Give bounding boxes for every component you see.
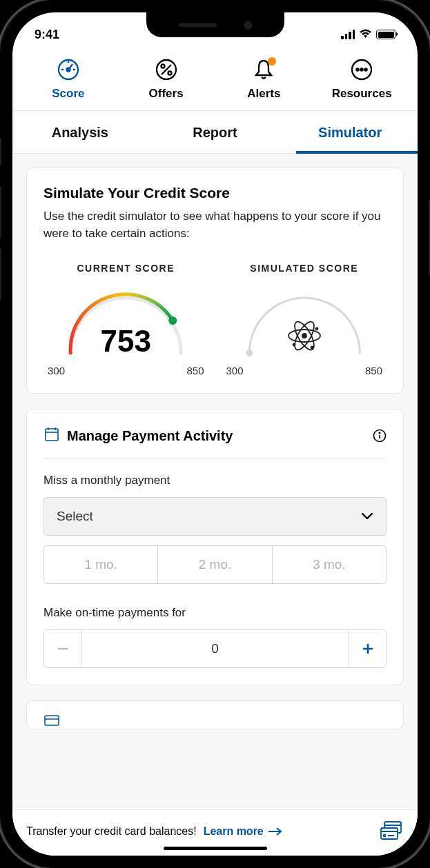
- current-score-gauge: CURRENT SCORE: [43, 263, 208, 376]
- learn-more-link[interactable]: Learn more: [204, 825, 283, 838]
- current-score-label: CURRENT SCORE: [43, 263, 208, 274]
- ontime-label: Make on-time payments for: [43, 606, 387, 620]
- nav-score[interactable]: Score: [19, 58, 117, 101]
- payment-section-title: Manage Payment Activity: [67, 428, 366, 444]
- wifi-icon: [359, 28, 372, 42]
- svg-point-12: [361, 68, 363, 70]
- content-area[interactable]: Simulate Your Credit Score Use the credi…: [12, 154, 418, 807]
- nav-score-label: Score: [52, 87, 84, 101]
- calendar-icon: [43, 426, 60, 445]
- battery-icon: [376, 30, 395, 39]
- tab-analysis[interactable]: Analysis: [12, 111, 148, 153]
- nav-alerts[interactable]: Alerts: [215, 58, 313, 101]
- ontime-stepper: 0: [43, 629, 387, 668]
- month-3[interactable]: 3 mo.: [273, 546, 386, 583]
- nav-alerts-label: Alerts: [247, 87, 280, 101]
- miss-payment-label: Miss a monthly payment: [43, 474, 387, 487]
- nav-resources-label: Resources: [332, 87, 392, 101]
- svg-point-14: [168, 316, 177, 325]
- card-icon: [43, 714, 60, 729]
- gauge-icon: [57, 58, 80, 81]
- arrow-right-icon: [268, 827, 283, 836]
- simulated-score-label: SIMULATED SCORE: [222, 263, 387, 274]
- svg-point-35: [379, 432, 380, 434]
- payment-activity-card: Manage Payment Activity Miss a monthly p…: [26, 409, 404, 685]
- learn-more-label: Learn more: [204, 825, 264, 838]
- current-min: 300: [48, 365, 65, 376]
- stepper-plus-button[interactable]: [349, 630, 386, 667]
- next-card-peek: [26, 700, 404, 729]
- current-max: 850: [186, 365, 204, 376]
- home-indicator[interactable]: [164, 847, 267, 850]
- simulate-title: Simulate Your Credit Score: [43, 185, 387, 201]
- svg-point-8: [168, 72, 171, 75]
- stepper-value[interactable]: 0: [81, 630, 349, 667]
- svg-point-20: [315, 328, 317, 330]
- simulated-score-gauge: SIMULATED SCORE: [222, 263, 387, 376]
- signal-icon: [341, 30, 355, 39]
- miss-payment-select[interactable]: Select: [43, 497, 387, 536]
- svg-point-19: [302, 334, 306, 338]
- svg-point-11: [357, 68, 359, 70]
- svg-rect-23: [46, 429, 58, 441]
- svg-point-15: [246, 350, 253, 356]
- svg-line-9: [162, 65, 171, 74]
- phone-notch: [146, 12, 284, 37]
- month-options: 1 mo. 2 mo. 3 mo.: [43, 545, 387, 584]
- current-score-value: 753: [101, 324, 151, 359]
- svg-point-21: [293, 344, 295, 346]
- svg-point-22: [311, 347, 313, 349]
- cards-stack-icon: [379, 820, 404, 843]
- chevron-down-icon: [361, 509, 373, 524]
- sub-tabs: Analysis Report Simulator: [12, 111, 418, 154]
- atom-icon: [286, 317, 323, 357]
- svg-rect-39: [45, 716, 59, 725]
- simulated-min: 300: [226, 365, 244, 376]
- status-time: 9:41: [35, 28, 59, 42]
- svg-rect-44: [381, 828, 398, 839]
- svg-point-13: [365, 68, 367, 70]
- bell-icon: [252, 58, 275, 81]
- month-1[interactable]: 1 mo.: [44, 546, 158, 583]
- info-icon[interactable]: [373, 429, 387, 443]
- stepper-minus-button[interactable]: [44, 630, 81, 667]
- month-2[interactable]: 2 mo.: [158, 546, 272, 583]
- select-placeholder: Select: [57, 509, 93, 524]
- simulated-max: 850: [365, 365, 382, 376]
- simulate-card: Simulate Your Credit Score Use the credi…: [26, 168, 404, 394]
- tab-report[interactable]: Report: [148, 111, 283, 153]
- tab-simulator[interactable]: Simulator: [282, 111, 418, 153]
- top-nav: Score Offers Alerts Resources: [12, 48, 418, 111]
- banner-text: Transfer your credit card balances!: [26, 825, 197, 838]
- svg-point-7: [161, 65, 164, 68]
- nav-resources[interactable]: Resources: [313, 58, 411, 101]
- simulate-desc: Use the credit simulator to see what hap…: [43, 208, 387, 242]
- nav-offers[interactable]: Offers: [117, 58, 215, 101]
- nav-offers-label: Offers: [149, 87, 184, 101]
- percent-icon: [155, 58, 178, 81]
- dots-icon: [350, 58, 373, 81]
